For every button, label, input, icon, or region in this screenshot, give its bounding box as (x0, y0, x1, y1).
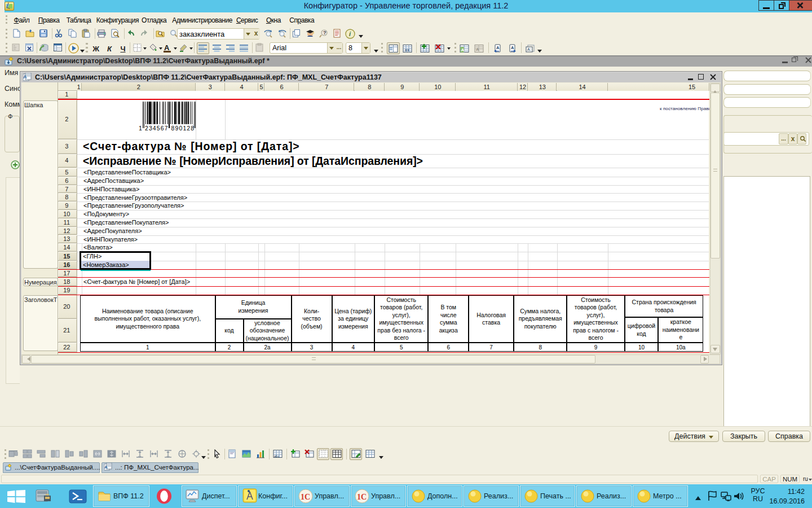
svg-text:?: ? (323, 30, 326, 36)
svg-text:A: A (23, 74, 27, 80)
svg-text:A: A (104, 465, 108, 470)
svg-text:A: A (511, 45, 514, 50)
svg-text:A: A (461, 47, 465, 52)
svg-text:1С: 1С (357, 493, 367, 501)
svg-text:A: A (476, 47, 479, 52)
svg-text:1С: 1С (301, 493, 310, 501)
svg-text:A:: A: (527, 47, 531, 51)
svg-text:abc: abc (274, 454, 280, 458)
svg-text:A: A (496, 45, 500, 50)
svg-text:xx: xx (405, 47, 409, 52)
